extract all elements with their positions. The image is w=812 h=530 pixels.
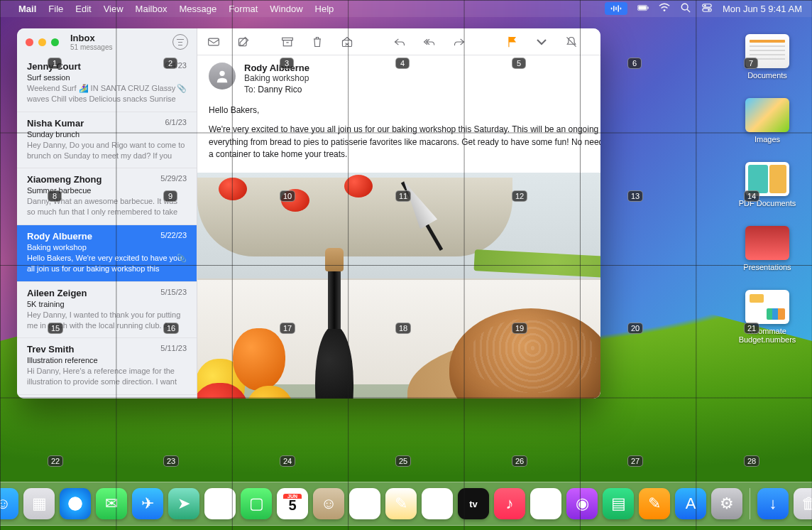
row-preview: Hey Danny, Do you and Rigo want to come … bbox=[27, 140, 187, 161]
flag-dropdown-icon[interactable] bbox=[534, 35, 549, 49]
menu-file[interactable]: File bbox=[48, 4, 63, 14]
menu-view[interactable]: View bbox=[104, 4, 124, 14]
message-row[interactable]: Nisha Kumar6/1/23Sunday brunchHey Danny,… bbox=[17, 112, 197, 169]
menu-message[interactable]: Message bbox=[179, 4, 216, 14]
grid-label: 6 bbox=[627, 58, 642, 69]
dock-numbers[interactable]: ▤ bbox=[603, 488, 634, 519]
menubar: Mail File Edit View Mailbox Message Form… bbox=[0, 0, 812, 17]
desktop-folder-documents[interactable]: Documents bbox=[737, 34, 798, 80]
trash-icon[interactable] bbox=[309, 35, 325, 49]
desktop-folder-images[interactable]: Images bbox=[737, 98, 798, 144]
svg-rect-18 bbox=[283, 40, 291, 45]
to-recipient[interactable]: Danny Rico bbox=[258, 85, 302, 94]
attachment-icon: 📎 bbox=[177, 84, 187, 93]
desktop-label: Images bbox=[737, 135, 798, 144]
message-row[interactable]: Aileen Zeigen5/15/235K trainingHey Danny… bbox=[17, 282, 197, 339]
dock-pages[interactable]: ✎ bbox=[639, 488, 670, 519]
mail-window: Inbox 51 messages Jenny Court6/4/23📎Surf… bbox=[17, 28, 600, 399]
dock-downloads[interactable]: ↓ bbox=[757, 488, 789, 519]
mail-content: Rody Albuerne Baking workshop To: Danny … bbox=[197, 28, 600, 399]
forward-icon[interactable] bbox=[451, 35, 467, 49]
junk-icon[interactable] bbox=[339, 35, 355, 49]
dock: ☺▦✦✉✈➤✿▢JUN5☺☰✎〰tv♪N◉▤✎A⚙↓🗑 bbox=[0, 482, 812, 526]
menu-help[interactable]: Help bbox=[315, 4, 334, 14]
menubar-clock[interactable]: Mon Jun 5 9:41 AM bbox=[723, 4, 802, 14]
desktop-file-budget[interactable]: Roommate Budget.numbers bbox=[737, 290, 798, 344]
message-row[interactable]: Rody Albuerne5/22/23📎Baking workshopHell… bbox=[17, 225, 197, 282]
get-mail-icon[interactable] bbox=[206, 35, 221, 49]
svg-rect-11 bbox=[703, 4, 711, 6]
folder-icon bbox=[745, 34, 789, 68]
dock-appstore[interactable]: A bbox=[675, 488, 706, 519]
svg-rect-6 bbox=[638, 6, 646, 9]
row-from: Jenny Court bbox=[27, 61, 187, 72]
message-row[interactable]: Xiaomeng Zhong5/29/23Summer barbecueDann… bbox=[17, 168, 197, 225]
flag-icon[interactable] bbox=[504, 35, 520, 49]
row-subject: Summer barbecue bbox=[27, 186, 187, 195]
dock-notes[interactable]: ✎ bbox=[385, 488, 417, 519]
filter-icon[interactable] bbox=[172, 34, 188, 50]
svg-point-12 bbox=[704, 4, 706, 6]
mute-icon[interactable] bbox=[564, 35, 579, 49]
dock-messages[interactable]: ✉ bbox=[96, 488, 127, 519]
reply-icon[interactable] bbox=[392, 35, 407, 49]
message-attachment-image[interactable] bbox=[197, 173, 600, 399]
menu-mailbox[interactable]: Mailbox bbox=[136, 4, 168, 14]
svg-point-26 bbox=[219, 71, 224, 76]
desktop-folder-pdf[interactable]: PDF Documents bbox=[737, 162, 798, 207]
dock-music[interactable]: ♪ bbox=[494, 488, 525, 519]
zoom-button[interactable] bbox=[51, 38, 59, 46]
close-button[interactable] bbox=[26, 38, 33, 46]
desktop-folder-presentations[interactable]: Presentations bbox=[737, 226, 798, 271]
row-subject: Sunday brunch bbox=[27, 130, 187, 139]
row-subject: 5K training bbox=[27, 300, 187, 308]
attachment-icon: 📎 bbox=[177, 254, 187, 263]
archive-icon[interactable] bbox=[280, 35, 295, 49]
svg-rect-2 bbox=[615, 7, 617, 11]
control-center-icon[interactable] bbox=[701, 3, 713, 15]
menu-app[interactable]: Mail bbox=[18, 4, 36, 14]
svg-rect-0 bbox=[611, 7, 613, 9]
message-list[interactable]: Jenny Court6/4/23📎Surf sessionWeekend Su… bbox=[17, 55, 197, 399]
header-from: Rody Albuerne bbox=[244, 63, 600, 73]
svg-point-8 bbox=[664, 9, 666, 11]
menu-window[interactable]: Window bbox=[270, 4, 302, 14]
row-subject: Baking workshop bbox=[27, 243, 187, 252]
dock-podcasts[interactable]: ◉ bbox=[566, 488, 598, 519]
dock-maps[interactable]: ➤ bbox=[168, 488, 199, 519]
reply-all-icon[interactable] bbox=[422, 35, 437, 49]
dock-trash[interactable]: 🗑 bbox=[794, 488, 812, 519]
dock-photos[interactable]: ✿ bbox=[204, 488, 236, 519]
dock-settings[interactable]: ⚙ bbox=[711, 488, 742, 519]
message-row[interactable]: Jenny Court6/4/23📎Surf sessionWeekend Su… bbox=[17, 55, 197, 112]
minimize-button[interactable] bbox=[38, 38, 46, 46]
dock-contacts[interactable]: ☺ bbox=[313, 488, 344, 519]
dock-safari[interactable]: ✦ bbox=[60, 488, 91, 519]
dock-finder[interactable]: ☺ bbox=[0, 488, 18, 519]
dock-news[interactable]: N bbox=[530, 488, 561, 519]
battery-icon[interactable] bbox=[637, 3, 649, 15]
menu-edit[interactable]: Edit bbox=[75, 4, 91, 14]
dock-reminders[interactable]: ☰ bbox=[349, 488, 380, 519]
dock-facetime[interactable]: ▢ bbox=[241, 488, 272, 519]
svg-point-14 bbox=[708, 9, 710, 11]
desktop-label: Roommate Budget.numbers bbox=[737, 327, 798, 344]
dock-freeform[interactable]: 〰 bbox=[422, 488, 453, 519]
svg-rect-15 bbox=[209, 38, 219, 45]
dock-launchpad[interactable]: ▦ bbox=[23, 488, 55, 519]
compose-icon[interactable] bbox=[236, 35, 251, 49]
message-count: 51 messages bbox=[70, 43, 112, 51]
voice-control-icon[interactable] bbox=[605, 2, 627, 15]
message-row[interactable]: Fleur Lasseur5/10/23Baseball team fundra… bbox=[17, 395, 197, 399]
row-date: 6/1/23 bbox=[165, 118, 187, 126]
dock-tv[interactable]: tv bbox=[458, 488, 489, 519]
wifi-icon[interactable] bbox=[659, 3, 670, 15]
spotlight-icon[interactable] bbox=[680, 3, 691, 15]
menu-format[interactable]: Format bbox=[229, 4, 258, 14]
dock-calendar[interactable]: JUN5 bbox=[277, 488, 308, 519]
row-preview: Hey Danny, I wanted to thank you for put… bbox=[27, 310, 187, 331]
folder-icon bbox=[745, 98, 789, 132]
dock-mail[interactable]: ✈ bbox=[132, 488, 163, 519]
svg-rect-20 bbox=[342, 40, 351, 46]
message-row[interactable]: Trev Smith5/11/23Illustration referenceH… bbox=[17, 338, 197, 395]
